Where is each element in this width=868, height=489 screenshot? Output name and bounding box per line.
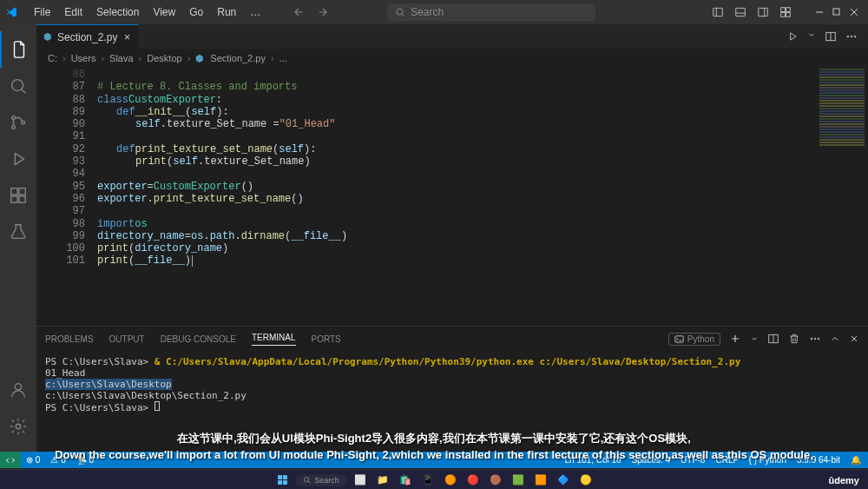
more-actions-icon[interactable] bbox=[845, 30, 858, 43]
vscode-logo-icon bbox=[5, 6, 21, 18]
panel-maximize-icon[interactable] bbox=[830, 334, 840, 344]
panel-tab-debug[interactable]: DEBUG CONSOLE bbox=[161, 334, 236, 344]
svg-rect-6 bbox=[781, 13, 786, 17]
svg-rect-8 bbox=[833, 9, 839, 15]
activity-accounts[interactable] bbox=[0, 372, 36, 408]
layout-sidebar-right-icon[interactable] bbox=[757, 6, 769, 18]
taskbar-app2-icon[interactable]: 🟧 bbox=[532, 473, 549, 487]
taskbar-blender-icon[interactable]: 🟠 bbox=[442, 473, 459, 487]
menu-file[interactable]: File bbox=[28, 3, 56, 21]
panel-tab-ports[interactable]: PORTS bbox=[312, 334, 341, 344]
editor-actions bbox=[786, 30, 868, 43]
status-errors[interactable]: ⊗ 0 bbox=[26, 455, 40, 465]
svg-rect-3 bbox=[759, 8, 768, 16]
activity-search[interactable] bbox=[0, 68, 36, 104]
status-encoding[interactable]: UTF-8 bbox=[681, 455, 705, 465]
search-icon bbox=[395, 7, 405, 17]
nav-forward-icon[interactable] bbox=[317, 6, 329, 18]
run-dropdown-icon[interactable] bbox=[807, 30, 816, 39]
window-minimize[interactable] bbox=[811, 3, 828, 21]
taskbar-vscode-icon[interactable]: 🔷 bbox=[555, 473, 572, 487]
run-file-icon[interactable] bbox=[786, 30, 799, 43]
window-close[interactable] bbox=[845, 3, 863, 21]
remote-indicator[interactable] bbox=[0, 452, 21, 468]
activity-source-control[interactable] bbox=[0, 104, 36, 141]
status-notifications-icon[interactable]: 🔔 bbox=[851, 455, 861, 465]
menu-more[interactable]: … bbox=[244, 3, 268, 21]
breadcrumb[interactable]: C:› Users› Slava› Desktop› ⬢ Section_2.p… bbox=[36, 49, 868, 68]
svg-rect-1 bbox=[713, 8, 723, 16]
terminal-profile-python[interactable]: Python bbox=[668, 333, 720, 346]
tab-section-2[interactable]: ⬢ Section_2.py × bbox=[36, 24, 138, 49]
minimap[interactable] bbox=[816, 68, 868, 326]
taskbar-app-icon[interactable]: 🟤 bbox=[487, 473, 504, 487]
udemy-watermark: ûdemy bbox=[829, 475, 859, 486]
term-prompt: PS C:\Users\Slava> bbox=[45, 356, 148, 367]
editor[interactable]: 8687888990919293949596979899100101 # Lec… bbox=[36, 68, 868, 326]
split-terminal-icon[interactable] bbox=[767, 333, 779, 345]
panel-tab-output[interactable]: OUTPUT bbox=[109, 334, 145, 344]
bc-more[interactable]: ... bbox=[279, 53, 287, 63]
svg-point-18 bbox=[16, 424, 21, 429]
nav-back-icon[interactable] bbox=[293, 6, 305, 18]
taskbar-explorer-icon[interactable]: 📁 bbox=[374, 473, 391, 487]
svg-point-32 bbox=[305, 478, 309, 482]
taskbar-chrome-icon[interactable]: 🔴 bbox=[464, 473, 482, 487]
taskbar-painter-icon[interactable]: 🟩 bbox=[510, 473, 527, 487]
layout-panel-icon[interactable] bbox=[734, 6, 746, 18]
terminal-content[interactable]: PS C:\Users\Slava> & C:/Users/Slava/AppD… bbox=[36, 351, 868, 452]
bc-users[interactable]: Users bbox=[71, 53, 96, 63]
status-ports[interactable]: 📡 0 bbox=[76, 455, 94, 465]
taskbar-app3-icon[interactable]: 🟡 bbox=[577, 473, 595, 487]
menu-run[interactable]: Run bbox=[211, 3, 242, 21]
tab-label: Section_2.py bbox=[57, 31, 117, 43]
svg-rect-13 bbox=[11, 188, 17, 195]
terminal-dropdown-icon[interactable] bbox=[750, 334, 759, 343]
status-spaces[interactable]: Spaces: 4 bbox=[632, 455, 670, 465]
kill-terminal-icon[interactable] bbox=[788, 333, 800, 345]
activity-run-debug[interactable] bbox=[0, 141, 36, 177]
split-editor-icon[interactable] bbox=[825, 30, 837, 43]
panel-more-icon[interactable] bbox=[809, 333, 821, 345]
activity-settings[interactable] bbox=[0, 408, 36, 445]
status-lncol[interactable]: Ln 101, Col 18 bbox=[565, 455, 621, 465]
menu-go[interactable]: Go bbox=[183, 3, 209, 21]
taskbar-taskview-icon[interactable]: ⬜ bbox=[352, 473, 369, 487]
activity-explorer[interactable] bbox=[0, 31, 36, 68]
menu-edit[interactable]: Edit bbox=[58, 3, 89, 21]
code-content[interactable]: # Lecture 8. Classes and importsclass Cu… bbox=[97, 68, 868, 326]
layout-sidebar-left-icon[interactable] bbox=[712, 6, 724, 18]
menu-selection[interactable]: Selection bbox=[90, 3, 145, 21]
term-output: c:\Users\Slava\Desktop\Section_2.py bbox=[45, 390, 859, 401]
status-eol[interactable]: CRLF bbox=[715, 455, 738, 465]
layout-customize-icon[interactable] bbox=[779, 6, 792, 18]
svg-rect-4 bbox=[781, 8, 786, 12]
panel-tab-problems[interactable]: PROBLEMS bbox=[45, 334, 94, 344]
panel-tab-terminal[interactable]: TERMINAL bbox=[252, 333, 296, 346]
panel-close-icon[interactable] bbox=[849, 334, 859, 344]
new-terminal-icon[interactable] bbox=[729, 333, 741, 345]
statusbar: ⊗ 0 ⚠ 0 📡 0 Ln 101, Col 18 Spaces: 4 UTF… bbox=[0, 452, 868, 468]
svg-point-20 bbox=[847, 36, 849, 37]
status-interpreter[interactable]: 3.9.9 64-bit bbox=[797, 455, 840, 465]
bc-file[interactable]: Section_2.py bbox=[210, 53, 266, 63]
taskbar-search[interactable]: Search bbox=[296, 474, 346, 486]
tab-close-icon[interactable]: × bbox=[122, 31, 131, 43]
menu-view[interactable]: View bbox=[147, 3, 181, 21]
bc-desktop[interactable]: Desktop bbox=[147, 53, 181, 63]
status-lang[interactable]: { } Python bbox=[749, 455, 786, 465]
activity-extensions[interactable] bbox=[0, 177, 36, 214]
activity-testing[interactable] bbox=[0, 214, 36, 250]
taskbar-store-icon[interactable]: 🛍️ bbox=[397, 473, 414, 487]
taskbar-phonelink-icon[interactable]: 📱 bbox=[419, 473, 437, 487]
window-maximize[interactable] bbox=[828, 3, 845, 21]
svg-point-21 bbox=[851, 36, 852, 37]
command-center[interactable]: Search bbox=[387, 3, 595, 21]
term-output: 01_Head bbox=[45, 367, 859, 379]
bc-slava[interactable]: Slava bbox=[109, 53, 134, 63]
bc-c[interactable]: C: bbox=[48, 53, 57, 63]
status-warnings[interactable]: ⚠ 0 bbox=[50, 455, 65, 465]
taskbar-start-icon[interactable] bbox=[273, 473, 291, 487]
menubar: File Edit Selection View Go Run … bbox=[28, 3, 268, 21]
activitybar bbox=[0, 24, 36, 452]
